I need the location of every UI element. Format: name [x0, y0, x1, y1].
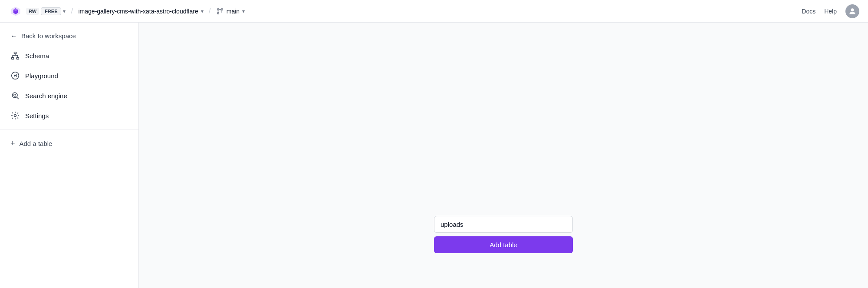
branch-name: main	[227, 8, 240, 15]
sidebar: ← Back to workspace Schema	[0, 23, 139, 288]
settings-label: Settings	[25, 112, 49, 119]
search-engine-icon	[10, 91, 20, 100]
back-label: Back to workspace	[21, 32, 76, 40]
help-link[interactable]: Help	[824, 8, 837, 15]
separator-1: /	[71, 7, 73, 16]
table-name-input[interactable]	[434, 216, 573, 233]
sidebar-item-schema[interactable]: Schema	[0, 46, 138, 66]
add-table-sidebar[interactable]: + Add a table	[0, 133, 138, 154]
schema-label: Schema	[25, 52, 49, 60]
main-layout: ← Back to workspace Schema	[0, 23, 868, 288]
workspace-badge: RW FREE ▾	[26, 7, 66, 15]
add-icon: +	[10, 139, 15, 148]
project-selector[interactable]: image-gallery-cms-with-xata-astro-cloudf…	[79, 8, 204, 15]
project-name: image-gallery-cms-with-xata-astro-cloudf…	[79, 8, 198, 15]
svg-point-9	[14, 94, 16, 96]
playground-icon	[10, 71, 20, 80]
topnav-right: Docs Help	[802, 4, 859, 18]
branch-selector[interactable]: main ▾	[216, 7, 245, 15]
topnav: RW FREE ▾ / image-gallery-cms-with-xata-…	[0, 0, 868, 23]
branch-chevron-icon: ▾	[242, 8, 245, 14]
add-table-button[interactable]: Add table	[434, 236, 573, 253]
sidebar-divider	[0, 129, 138, 129]
settings-icon	[10, 111, 20, 120]
schema-icon	[10, 51, 20, 60]
sidebar-item-search-engine[interactable]: Search engine	[0, 86, 138, 106]
project-chevron-icon: ▾	[201, 8, 204, 14]
search-engine-label: Search engine	[25, 92, 67, 99]
sidebar-item-playground[interactable]: Playground	[0, 66, 138, 86]
plan-badge: FREE	[41, 7, 61, 15]
back-arrow-icon: ←	[10, 32, 17, 40]
xata-logo[interactable]	[9, 4, 23, 18]
svg-point-1	[221, 8, 223, 10]
workspace-rw: RW	[26, 8, 39, 15]
sidebar-item-settings[interactable]: Settings	[0, 106, 138, 126]
separator-2: /	[209, 7, 211, 16]
add-table-label: Add a table	[20, 140, 53, 147]
add-table-form: Add table	[434, 216, 573, 253]
branch-icon	[216, 7, 224, 15]
back-to-workspace[interactable]: ← Back to workspace	[0, 26, 138, 46]
playground-label: Playground	[25, 72, 58, 79]
svg-point-10	[14, 115, 16, 117]
docs-link[interactable]: Docs	[802, 8, 815, 15]
workspace-chevron-icon[interactable]: ▾	[63, 8, 66, 14]
main-content: Add table	[139, 23, 868, 288]
svg-point-3	[851, 8, 854, 11]
user-avatar[interactable]	[845, 4, 859, 18]
